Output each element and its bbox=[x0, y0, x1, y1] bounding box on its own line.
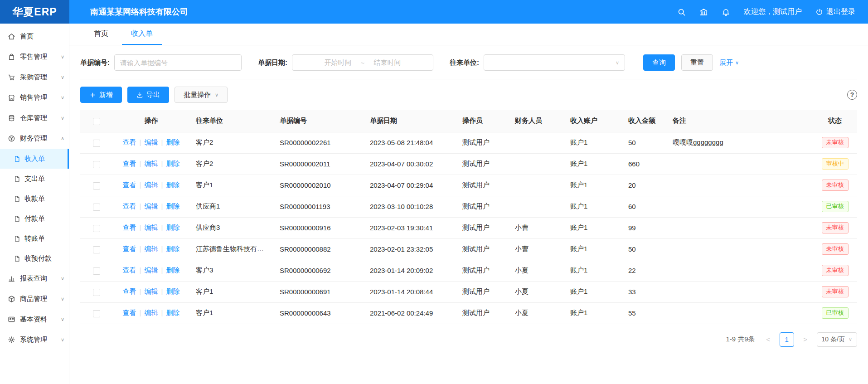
sidebar-item-warehouse[interactable]: 仓库管理∨ bbox=[0, 108, 69, 128]
tab-home[interactable]: 首页 bbox=[85, 24, 117, 45]
sidebar-item-basic-data[interactable]: 基本资料∨ bbox=[0, 309, 69, 330]
row-checkbox[interactable] bbox=[93, 310, 100, 317]
bank-icon[interactable] bbox=[699, 8, 708, 16]
view-link[interactable]: 查看 bbox=[123, 287, 136, 295]
sidebar-subitem-advance-payment[interactable]: 收预付款 bbox=[0, 248, 69, 268]
unit-select[interactable]: ∨ bbox=[484, 54, 625, 71]
search-button[interactable]: 查询 bbox=[643, 54, 675, 71]
link-separator: | bbox=[140, 287, 141, 295]
cell-number: SR00000001193 bbox=[273, 196, 364, 217]
row-checkbox[interactable] bbox=[93, 161, 100, 168]
delete-link[interactable]: 删除 bbox=[166, 309, 179, 316]
page-size-select[interactable]: 10 条/页 ∨ bbox=[817, 332, 857, 347]
sidebar-item-label: 零售管理 bbox=[20, 53, 61, 61]
next-page-button[interactable]: > bbox=[799, 333, 812, 346]
sidebar-subitem-receipt-order[interactable]: 收款单 bbox=[0, 189, 69, 209]
edit-link[interactable]: 编辑 bbox=[145, 224, 158, 231]
edit-link[interactable]: 编辑 bbox=[145, 245, 158, 253]
batch-label: 批量操作 bbox=[184, 91, 211, 99]
system-icon bbox=[8, 336, 15, 344]
view-link[interactable]: 查看 bbox=[123, 266, 136, 274]
edit-link[interactable]: 编辑 bbox=[145, 287, 158, 295]
welcome-user-text[interactable]: 欢迎您，测试用户 bbox=[744, 7, 802, 17]
help-icon[interactable]: ? bbox=[847, 90, 857, 100]
edit-link[interactable]: 编辑 bbox=[145, 266, 158, 274]
link-separator: | bbox=[161, 224, 163, 231]
cell-finance-staff: 小夏 bbox=[509, 302, 564, 324]
expand-link[interactable]: 展开 ∨ bbox=[719, 58, 739, 67]
prev-page-button[interactable]: < bbox=[761, 333, 775, 346]
row-checkbox[interactable] bbox=[93, 267, 100, 275]
row-checkbox[interactable] bbox=[93, 204, 100, 211]
link-separator: | bbox=[140, 181, 141, 189]
doc-number-input[interactable] bbox=[114, 54, 242, 71]
view-link[interactable]: 查看 bbox=[123, 245, 136, 253]
view-link[interactable]: 查看 bbox=[123, 160, 136, 167]
add-label: 新增 bbox=[99, 91, 113, 99]
reset-button[interactable]: 重置 bbox=[681, 54, 713, 71]
delete-link[interactable]: 删除 bbox=[166, 202, 179, 210]
row-checkbox[interactable] bbox=[93, 289, 100, 296]
sidebar-subitem-transfer-order[interactable]: 转账单 bbox=[0, 228, 69, 248]
cell-operator: 测试用户 bbox=[456, 281, 509, 302]
add-button[interactable]: 新增 bbox=[80, 87, 122, 103]
sidebar-item-report[interactable]: 报表查询∨ bbox=[0, 268, 69, 289]
delete-link[interactable]: 删除 bbox=[166, 245, 179, 253]
sidebar-subitem-payment-order[interactable]: 付款单 bbox=[0, 209, 69, 228]
sidebar-item-finance[interactable]: 财务管理∧ bbox=[0, 128, 69, 149]
select-all-checkbox[interactable] bbox=[93, 118, 100, 125]
doc-date-label: 单据日期: bbox=[258, 58, 287, 67]
sidebar-subitem-income-order[interactable]: 收入单 bbox=[0, 149, 69, 169]
delete-link[interactable]: 删除 bbox=[166, 224, 179, 231]
delete-link[interactable]: 删除 bbox=[166, 160, 179, 167]
header-bar: 南通某某网络科技有限公司 欢迎您，测试用户 退出登录 bbox=[69, 0, 868, 24]
view-link[interactable]: 查看 bbox=[123, 309, 136, 316]
delete-link[interactable]: 删除 bbox=[166, 138, 179, 146]
bell-icon[interactable] bbox=[722, 8, 730, 16]
sidebar-item-sales[interactable]: 销售管理∨ bbox=[0, 87, 69, 108]
sidebar-item-home[interactable]: 首页 bbox=[0, 26, 69, 47]
search-icon[interactable] bbox=[677, 8, 686, 16]
cell-amount: 50 bbox=[622, 132, 666, 153]
row-checkbox[interactable] bbox=[93, 246, 100, 253]
cell-date: 2023-01-14 20:08:44 bbox=[364, 281, 456, 302]
tab-bar: 首页收入单 bbox=[69, 24, 868, 45]
date-range-picker[interactable]: 开始时间 ~ 结束时间 bbox=[292, 54, 433, 71]
edit-link[interactable]: 编辑 bbox=[145, 202, 158, 210]
row-checkbox[interactable] bbox=[93, 225, 100, 232]
delete-link[interactable]: 删除 bbox=[166, 287, 179, 295]
sidebar-item-system[interactable]: 系统管理∨ bbox=[0, 330, 69, 350]
status-badge: 未审核 bbox=[822, 222, 849, 233]
tab-income-order[interactable]: 收入单 bbox=[122, 24, 162, 45]
delete-link[interactable]: 删除 bbox=[166, 266, 179, 274]
chevron-up-icon: ∧ bbox=[61, 136, 64, 141]
export-button[interactable]: 导出 bbox=[127, 87, 169, 103]
doc-icon bbox=[14, 156, 20, 162]
view-link[interactable]: 查看 bbox=[123, 202, 136, 210]
view-link[interactable]: 查看 bbox=[123, 224, 136, 231]
sidebar-item-retail[interactable]: 零售管理∨ bbox=[0, 47, 69, 67]
view-link[interactable]: 查看 bbox=[123, 138, 136, 146]
edit-link[interactable]: 编辑 bbox=[145, 309, 158, 316]
link-separator: | bbox=[161, 202, 163, 210]
cell-finance-staff: 小夏 bbox=[509, 260, 564, 281]
cell-operator: 测试用户 bbox=[456, 153, 509, 175]
sidebar-subitem-expense-order[interactable]: 支出单 bbox=[0, 169, 69, 189]
view-link[interactable]: 查看 bbox=[123, 181, 136, 189]
sidebar-item-label: 仓库管理 bbox=[20, 114, 61, 122]
row-checkbox[interactable] bbox=[93, 140, 100, 147]
sidebar-item-goods[interactable]: 商品管理∨ bbox=[0, 289, 69, 309]
delete-link[interactable]: 删除 bbox=[166, 181, 179, 189]
page-number-current[interactable]: 1 bbox=[780, 332, 794, 347]
edit-link[interactable]: 编辑 bbox=[145, 138, 158, 146]
edit-link[interactable]: 编辑 bbox=[145, 160, 158, 167]
actions-cell: 查看|编辑|删除 bbox=[113, 238, 189, 260]
batch-operations-button[interactable]: 批量操作 ∨ bbox=[175, 87, 228, 103]
cell-finance-staff bbox=[509, 132, 564, 153]
sidebar-item-purchase[interactable]: 采购管理∨ bbox=[0, 67, 69, 87]
unit-filter: 往来单位: ∨ bbox=[450, 54, 625, 71]
edit-link[interactable]: 编辑 bbox=[145, 181, 158, 189]
logout-button[interactable]: 退出登录 bbox=[815, 7, 855, 17]
app-logo[interactable]: 华夏ERP bbox=[0, 0, 69, 24]
row-checkbox[interactable] bbox=[93, 182, 100, 190]
